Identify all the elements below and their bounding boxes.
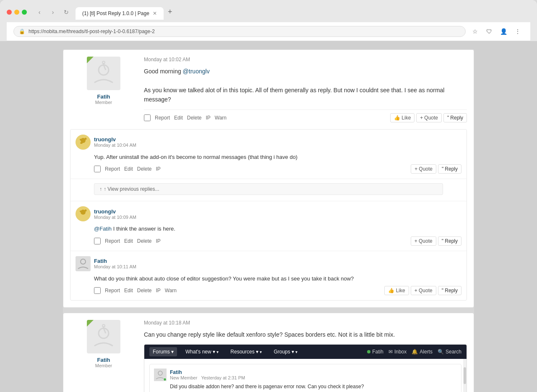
reply-action-left: Report Edit Delete IP	[94, 165, 409, 173]
browser-tab[interactable]: (1) [tl] Post Reply 1.0.0 | Page ✕	[76, 7, 164, 20]
browser-titlebar: ‹ › ↻ (1) [tl] Post Reply 1.0.0 | Page ✕…	[0, 0, 537, 41]
like-button[interactable]: 👍 Like	[390, 113, 414, 122]
reply-report-link-2[interactable]: Report	[103, 237, 122, 245]
tab-title: (1) [tl] Post Reply 1.0.0 | Page	[82, 10, 149, 16]
post-author-sidebar-2: Fatih Member	[70, 320, 137, 392]
ssl-lock-icon: 🔒	[19, 29, 25, 34]
delete-link[interactable]: Delete	[185, 114, 203, 122]
reply-select-checkbox-3[interactable]	[94, 287, 101, 294]
page-content: Fatih Member Monday at 10:02 AM Good mor…	[0, 41, 537, 392]
embedded-reply-item-1: Fatih New Member Yesterday at 2:31 PM	[149, 364, 461, 392]
reply-user-info-2: truonglv Monday at 10:09 AM	[94, 208, 461, 220]
reply-quote-button-2[interactable]: + Quote	[411, 236, 436, 246]
minimize-traffic-light[interactable]	[14, 10, 19, 15]
report-link[interactable]: Report	[153, 114, 172, 122]
quote-button[interactable]: + Quote	[416, 113, 442, 122]
svg-point-14	[102, 325, 105, 327]
embedded-reply-text-1: Did you disable addon here? and there is…	[154, 384, 457, 389]
reply-icon: "	[447, 115, 449, 121]
reply-timestamp: Monday at 10:04 AM	[94, 143, 461, 148]
reply-ip-link-2[interactable]: IP	[154, 237, 162, 245]
bookmark-button[interactable]: ☆	[469, 26, 481, 37]
reply-item-2: truonglv Monday at 10:09 AM @Fatih I thi…	[70, 201, 467, 251]
close-traffic-light[interactable]	[7, 10, 12, 15]
reply-user-info: truonglv Monday at 10:04 AM	[94, 136, 461, 148]
mention-link-2[interactable]: @Fatih	[94, 226, 112, 232]
reply-action-right-3: 👍 Like + Quote " Reply	[384, 286, 461, 295]
reply-item-3: Fatih Monday at 10:11 AM What do you thi…	[70, 251, 467, 301]
forward-button[interactable]: ›	[47, 6, 59, 18]
post-select-checkbox[interactable]	[144, 114, 151, 121]
embedded-nav-resources-label: Resources	[230, 349, 254, 355]
reply-quote-button-3[interactable]: + Quote	[411, 286, 436, 295]
edit-link[interactable]: Edit	[172, 114, 185, 122]
reply-edit-link-2[interactable]: Edit	[123, 237, 135, 245]
embedded-content: Fatih New Member Yesterday at 2:31 PM	[144, 359, 467, 392]
back-button[interactable]: ‹	[34, 6, 45, 18]
reply-username: truonglv	[94, 136, 461, 143]
reply-quote-button[interactable]: + Quote	[411, 164, 436, 174]
embedded-nav-user: Fatih	[367, 349, 383, 355]
reply-delete-link[interactable]: Delete	[136, 165, 154, 173]
reply-edit-link-3[interactable]: Edit	[123, 287, 135, 294]
reply-report-link-3[interactable]: Report	[103, 287, 122, 294]
reply-ip-link[interactable]: IP	[154, 165, 162, 173]
reply-reply-button[interactable]: " Reply	[438, 164, 461, 174]
browser-window: ‹ › ↻ (1) [tl] Post Reply 1.0.0 | Page ✕…	[0, 0, 537, 392]
warn-link[interactable]: Warn	[213, 114, 228, 122]
traffic-lights	[7, 10, 27, 15]
post-main: Fatih Member Monday at 10:02 AM Good mor…	[63, 50, 474, 129]
scrollbar-thumb[interactable]	[464, 367, 466, 384]
reply-reply-button-2[interactable]: " Reply	[438, 236, 461, 246]
replies-container: truonglv Monday at 10:04 AM Yup. After u…	[70, 129, 467, 301]
mention-link[interactable]: @truonglv	[183, 68, 210, 75]
like-label: Like	[401, 115, 411, 121]
reply-delete-link-2[interactable]: Delete	[136, 237, 154, 245]
reply-ip-link-3[interactable]: IP	[154, 287, 162, 294]
post-text-content: As you know we talked alot of in this to…	[144, 87, 444, 103]
address-bar[interactable]: 🔒 https://nobita.me/threads/tl-post-repl…	[13, 26, 466, 37]
reply-header-3: Fatih Monday at 10:11 AM	[76, 256, 461, 271]
reply-like-button-3[interactable]: 👍 Like	[384, 286, 409, 295]
like-icon: 👍	[394, 115, 400, 121]
reload-button[interactable]: ↻	[60, 6, 72, 18]
reply-report-link[interactable]: Report	[103, 165, 122, 173]
embedded-nav-groups-label: Groups	[274, 349, 290, 355]
extensions-button[interactable]: 🛡	[483, 26, 495, 37]
post-action-right: 👍 Like + Quote " Reply	[390, 113, 467, 122]
embedded-nav-right: Fatih ✉ Inbox 🔔 Alerts 🔍	[367, 349, 461, 355]
view-previous-replies-button[interactable]: ↑ ↑ View previous replies...	[94, 183, 443, 195]
post-container-2: Fatih Member Monday at 10:18 AM Can you …	[63, 313, 474, 392]
embedded-nav-search: 🔍 Search	[438, 349, 461, 355]
embedded-nav-forums: Forums ▾	[149, 347, 177, 356]
embedded-reply-username-1: Fatih	[170, 369, 245, 375]
embedded-reply-role-1: New Member	[170, 375, 197, 380]
reply-delete-link-3[interactable]: Delete	[136, 287, 154, 294]
embedded-reply-header-1: Fatih New Member Yesterday at 2:31 PM	[154, 369, 457, 381]
reply-select-checkbox-2[interactable]	[94, 238, 101, 244]
reply-avatar-2	[76, 206, 91, 221]
embedded-nav-inbox: ✉ Inbox	[388, 349, 407, 355]
new-tab-button[interactable]: +	[164, 4, 176, 20]
reply-reply-button-3[interactable]: " Reply	[438, 286, 461, 295]
reply-text: Yup. After uninstall the add-on it's bec…	[76, 153, 461, 161]
reply-button[interactable]: " Reply	[443, 113, 467, 122]
browser-toolbar: 🔒 https://nobita.me/threads/tl-post-repl…	[7, 22, 530, 41]
maximize-traffic-light[interactable]	[22, 10, 27, 15]
embedded-reply-timestamp-1: Yesterday at 2:31 PM	[201, 375, 245, 380]
reply-reply-icon: "	[442, 166, 443, 172]
view-prev-replies-item: ↑ ↑ View previous replies...	[70, 179, 467, 201]
post-action-left: Report Edit Delete IP Warn	[144, 114, 388, 122]
ip-link[interactable]: IP	[204, 114, 212, 122]
browser-nav: ‹ › ↻	[34, 6, 72, 18]
post-user-role-2: Member	[70, 363, 137, 368]
reply-select-checkbox[interactable]	[94, 166, 101, 172]
toolbar-actions: ☆ 🛡 👤 ⋮	[469, 26, 524, 37]
reply-edit-link[interactable]: Edit	[123, 165, 135, 173]
tab-close-button[interactable]: ✕	[153, 10, 157, 16]
reply-username-2: truonglv	[94, 208, 461, 215]
post-timestamp-2: Monday at 10:18 AM	[144, 320, 467, 326]
reply-warn-link-3[interactable]: Warn	[163, 287, 178, 294]
menu-button[interactable]: ⋮	[512, 26, 524, 37]
profile-button[interactable]: 👤	[498, 26, 509, 37]
